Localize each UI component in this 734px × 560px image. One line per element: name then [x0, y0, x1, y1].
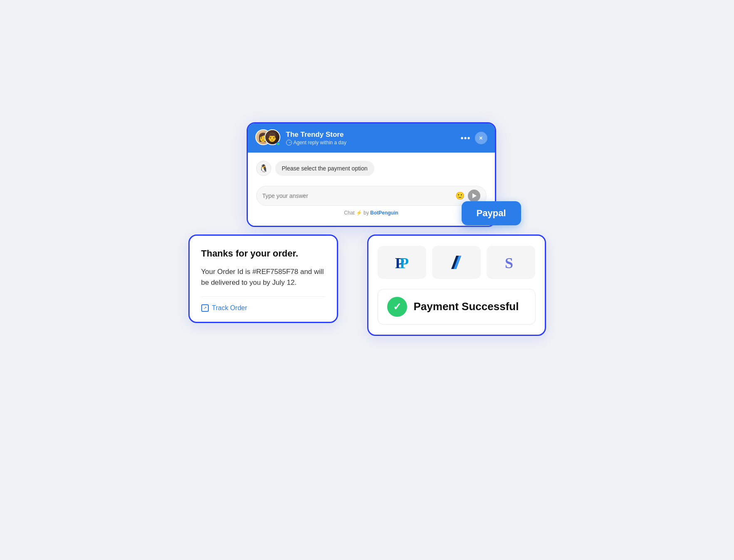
scene: 👩 👨 The Trendy Store Agent reply within …: [188, 110, 546, 451]
bolt-icon: ⚡: [356, 210, 362, 216]
chat-header: 👩 👨 The Trendy Store Agent reply within …: [248, 123, 495, 153]
order-card: Thanks for your order. Your Order Id is …: [188, 234, 338, 323]
paypal-icon-box[interactable]: P P: [378, 246, 426, 279]
chat-input-bar: 🙂: [256, 186, 487, 206]
online-indicator: [276, 142, 280, 146]
order-detail: Your Order Id is #REF7585F78 and will be…: [201, 266, 325, 289]
stripe-logo-icon: S: [503, 254, 519, 271]
payment-success-text: Payment Successful: [414, 300, 519, 313]
bot-message-row: 🐧 Please select the payment option: [256, 161, 487, 176]
store-name: The Trendy Store: [286, 131, 456, 139]
header-actions: ••• ×: [460, 132, 487, 144]
chat-widget: 👩 👨 The Trendy Store Agent reply within …: [247, 122, 496, 227]
store-subtitle: Agent reply within a day: [286, 140, 456, 146]
svg-text:S: S: [505, 255, 513, 271]
botpenguin-brand: BotPenguin: [370, 210, 398, 216]
razorpay-logo-icon: [448, 254, 465, 271]
paypal-logo-icon: P P: [393, 254, 410, 271]
footer-prefix: Chat: [344, 210, 356, 216]
order-divider: [201, 296, 325, 297]
bot-avatar: 🐧: [256, 161, 271, 176]
track-order-label: Track Order: [212, 304, 247, 312]
success-check-icon: [387, 297, 407, 317]
subtitle-text: Agent reply within a day: [294, 140, 346, 146]
send-button[interactable]: [468, 190, 480, 202]
clock-icon: [286, 140, 292, 146]
track-order-button[interactable]: Track Order: [201, 304, 325, 312]
footer-by: by: [363, 210, 370, 216]
stripe-icon-box[interactable]: S: [487, 246, 535, 279]
external-link-icon: [201, 304, 209, 312]
chat-footer: Chat ⚡ by BotPenguin: [256, 210, 487, 219]
menu-dots-button[interactable]: •••: [460, 134, 470, 142]
payment-success-row: Payment Successful: [378, 289, 536, 325]
close-button[interactable]: ×: [475, 132, 487, 144]
payment-icons-row: P P S: [378, 246, 536, 279]
razorpay-icon-box[interactable]: [432, 246, 481, 279]
chat-input[interactable]: [262, 192, 452, 199]
svg-text:P: P: [400, 255, 409, 271]
header-info: The Trendy Store Agent reply within a da…: [286, 131, 456, 146]
chat-body: 🐧 Please select the payment option 🙂 Cha…: [248, 153, 495, 226]
emoji-icon[interactable]: 🙂: [455, 191, 465, 200]
payment-methods-card: P P S Payment Successful: [367, 234, 546, 336]
bot-bubble: Please select the payment option: [275, 161, 374, 176]
avatar-group: 👩 👨: [255, 129, 281, 147]
order-title: Thanks for your order.: [201, 248, 325, 259]
paypal-button[interactable]: Paypal: [462, 201, 521, 225]
